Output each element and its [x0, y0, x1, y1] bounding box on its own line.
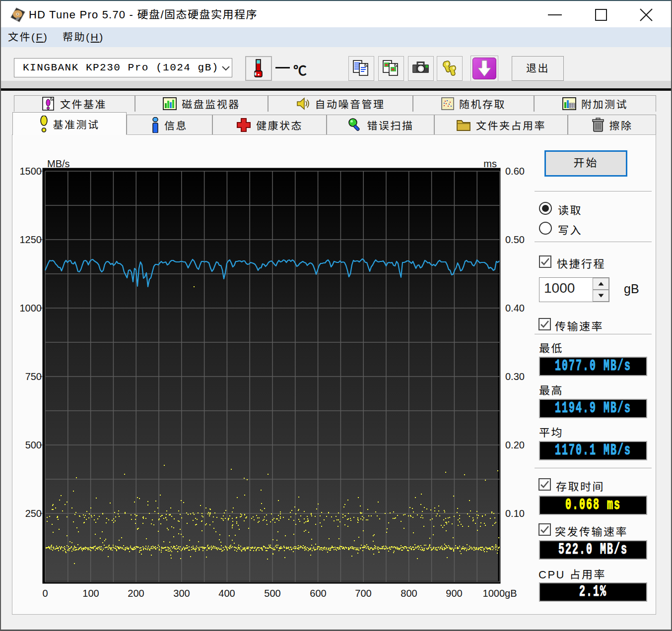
- svg-text:500: 500: [264, 588, 280, 599]
- svg-text:1000: 1000: [20, 303, 42, 314]
- svg-text:900: 900: [446, 588, 462, 599]
- svg-text:800: 800: [401, 588, 417, 599]
- svg-text:200: 200: [128, 588, 144, 599]
- svg-text:0.10: 0.10: [505, 508, 525, 519]
- svg-text:300: 300: [173, 588, 190, 599]
- svg-text:100: 100: [82, 588, 99, 599]
- svg-text:0.20: 0.20: [505, 440, 525, 450]
- svg-text:700: 700: [355, 588, 371, 599]
- svg-text:750: 750: [25, 371, 42, 382]
- svg-text:600: 600: [310, 588, 326, 599]
- svg-text:MB/s: MB/s: [47, 158, 70, 169]
- svg-text:0.30: 0.30: [505, 371, 525, 382]
- svg-text:1000gB: 1000gB: [483, 588, 517, 599]
- svg-text:0: 0: [42, 588, 48, 599]
- svg-text:1500: 1500: [20, 166, 42, 177]
- svg-text:0.40: 0.40: [505, 303, 525, 314]
- svg-text:0.50: 0.50: [505, 234, 525, 245]
- svg-text:1250: 1250: [20, 234, 42, 245]
- svg-text:500: 500: [25, 440, 42, 450]
- svg-text:ms: ms: [483, 158, 497, 169]
- svg-text:250: 250: [25, 508, 42, 519]
- svg-text:400: 400: [218, 588, 235, 599]
- svg-text:0.60: 0.60: [505, 166, 525, 177]
